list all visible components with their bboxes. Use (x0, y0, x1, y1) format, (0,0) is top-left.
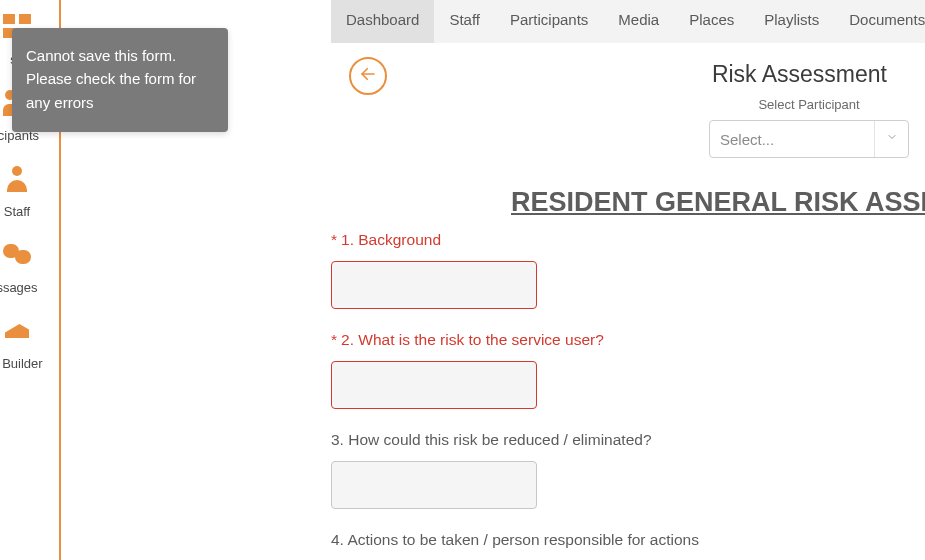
top-nav: Dashboard Staff Participants Media Place… (331, 0, 925, 43)
tab-playlists[interactable]: Playlists (749, 0, 834, 43)
build-icon (0, 318, 59, 348)
question-3-input[interactable] (331, 461, 537, 509)
error-toast: Cannot save this form. Please check the … (12, 28, 228, 132)
form: *1. Background *2. What is the risk to t… (331, 231, 925, 560)
tab-dashboard[interactable]: Dashboard (331, 0, 434, 43)
tab-places[interactable]: Places (674, 0, 749, 43)
user-icon (0, 166, 59, 196)
required-asterisk: * (331, 331, 337, 348)
question-2-label: *2. What is the risk to the service user… (331, 331, 925, 349)
arrow-left-icon (359, 65, 377, 88)
question-1-input[interactable] (331, 261, 537, 309)
participant-select-value: Select... (710, 131, 874, 148)
sidebar-item-label: Staff (4, 204, 31, 219)
sidebar-item-messages[interactable]: ssages (0, 228, 59, 304)
participant-select-label: Select Participant (709, 97, 909, 112)
page-title: Risk Assessment (712, 61, 887, 88)
sidebar-item-label: ssages (0, 280, 38, 295)
sidebar-item-staff[interactable]: Staff (0, 152, 59, 228)
chevron-down-icon (874, 121, 908, 157)
chat-icon (0, 242, 59, 272)
tab-media[interactable]: Media (603, 0, 674, 43)
participant-select[interactable]: Select... (709, 120, 909, 158)
required-asterisk: * (331, 231, 337, 248)
tab-participants[interactable]: Participants (495, 0, 603, 43)
question-1-label: *1. Background (331, 231, 925, 249)
form-heading: RESIDENT GENERAL RISK ASSESSMENT (511, 187, 925, 218)
sidebar-item-builder[interactable]: n Builder (0, 304, 59, 380)
question-2-input[interactable] (331, 361, 537, 409)
content: Risk Assessment Select Participant Selec… (331, 43, 925, 560)
question-4-label: 4. Actions to be taken / person responsi… (331, 531, 925, 549)
participant-select-block: Select Participant Select... (709, 97, 909, 158)
tab-staff[interactable]: Staff (434, 0, 495, 43)
main-panel: Dashboard Staff Participants Media Place… (331, 0, 925, 560)
error-toast-message: Cannot save this form. Please check the … (26, 47, 196, 111)
tab-documents[interactable]: Documents (834, 0, 925, 43)
sidebar-item-label: n Builder (0, 356, 43, 371)
question-3-label: 3. How could this risk be reduced / elim… (331, 431, 925, 449)
back-button[interactable] (349, 57, 387, 95)
